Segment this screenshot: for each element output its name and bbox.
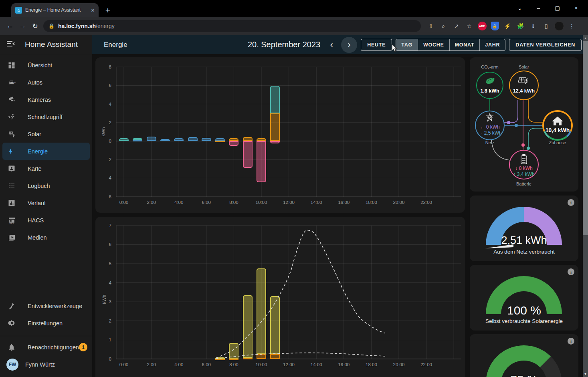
- sidebar-item-label: Einstellungen: [28, 320, 63, 327]
- sidebar-item--bersicht[interactable]: Übersicht: [2, 56, 90, 74]
- solar-icon: [8, 129, 20, 139]
- bar-solar-2[interactable]: [229, 359, 238, 360]
- gear-icon: [8, 319, 20, 328]
- window-maximize-button[interactable]: ▢: [548, 5, 567, 11]
- range-tab-monat[interactable]: MONAT: [449, 39, 480, 50]
- privacy-shield-extension-icon[interactable]: 🔒: [489, 21, 500, 32]
- sidebar-item-entwicklerwerkzeuge[interactable]: Entwicklerwerkzeuge: [2, 297, 90, 315]
- y-axis-label: kWh: [102, 295, 107, 304]
- bar-solarenergie[interactable]: [229, 138, 238, 141]
- bar-solar-2[interactable]: [243, 358, 253, 359]
- bar-solar-2[interactable]: [257, 354, 266, 359]
- compare-data-button[interactable]: DATEN VERGLEICHEN: [509, 39, 582, 51]
- sidebar-item-label: Autos: [28, 79, 42, 86]
- page-title: Energie: [104, 41, 127, 49]
- info-icon[interactable]: i: [568, 199, 574, 206]
- bookmark-star-icon[interactable]: ☆: [464, 21, 475, 32]
- sidebar-item-label: Schnellzugriff: [28, 114, 63, 120]
- bar-solarenergie[interactable]: [270, 113, 280, 141]
- range-tab-woche[interactable]: WOCHE: [418, 39, 449, 50]
- bar-batterie-geladen[interactable]: [229, 141, 238, 146]
- sidebar-item-label: Karte: [28, 165, 42, 172]
- bar-netz[interactable]: [147, 137, 156, 141]
- home-node-circle[interactable]: [543, 111, 572, 140]
- sidebar-item-profile[interactable]: FW Fynn Würtz: [2, 356, 90, 373]
- sidebar-menu-icon[interactable]: [6, 40, 20, 49]
- page-scrollbar[interactable]: ▲ ▼: [583, 35, 588, 377]
- sidebar-item-karte[interactable]: Karte: [2, 160, 90, 177]
- bar-solar-1[interactable]: [243, 295, 253, 358]
- bar-solarenergie[interactable]: [243, 137, 253, 141]
- grid-import-value: → 2,5 kWh: [478, 130, 501, 136]
- window-close-button[interactable]: ×: [567, 5, 586, 11]
- info-icon[interactable]: i: [568, 268, 574, 275]
- sidebar-item-autos[interactable]: 2+Autos: [2, 74, 90, 91]
- sidebar-item-einstellungen[interactable]: Einstellungen: [2, 315, 90, 332]
- forward-button[interactable]: →: [16, 22, 29, 30]
- sidebar-item-hacs[interactable]: HACSHACS: [2, 212, 90, 229]
- scrollbar-down-icon[interactable]: ▼: [583, 372, 588, 376]
- sidebar-item-solar[interactable]: Solar: [2, 125, 90, 143]
- extensions-puzzle-icon[interactable]: 🧩: [515, 21, 526, 32]
- bar-solar-2[interactable]: [270, 354, 280, 359]
- back-button[interactable]: ←: [4, 22, 16, 30]
- sidebar-item-energie[interactable]: Energie: [2, 143, 90, 160]
- sidebar-item-medien[interactable]: Medien: [2, 229, 90, 246]
- tab-close-icon[interactable]: ×: [91, 7, 95, 14]
- downloads-icon[interactable]: ⇓: [528, 21, 539, 32]
- share-icon[interactable]: ↗: [451, 21, 462, 32]
- range-tab-tag[interactable]: TAG: [396, 39, 418, 50]
- browser-tab[interactable]: ⌂ Energie – Home Assistant ×: [11, 3, 99, 17]
- bar-batterie-geladen[interactable]: [243, 141, 253, 168]
- install-app-icon[interactable]: ⇩: [425, 21, 436, 32]
- previous-day-button[interactable]: ‹: [325, 39, 337, 51]
- sidebar-item-kameras[interactable]: Kameras: [2, 91, 90, 108]
- browser-menu-icon[interactable]: ⋮: [566, 21, 577, 32]
- flow-line-solar-to-grid: [504, 100, 518, 123]
- bar-solar-1[interactable]: [270, 296, 280, 354]
- lock-icon: 🔒: [48, 23, 55, 29]
- range-tab-jahr[interactable]: JAHR: [479, 39, 505, 50]
- flow-dot-blue: [515, 124, 518, 127]
- sidebar-item-logbuch[interactable]: Logbuch: [2, 177, 90, 194]
- bar-solarenergie[interactable]: [215, 141, 225, 142]
- bar-netz[interactable]: [202, 138, 211, 141]
- bar-solar-1[interactable]: [257, 268, 266, 354]
- window-minimize-button[interactable]: –: [529, 5, 548, 11]
- bar-netz[interactable]: [160, 139, 170, 141]
- bar-batterie-entnommen[interactable]: [119, 138, 129, 141]
- today-button[interactable]: HEUTE: [361, 39, 392, 51]
- scrollbar-up-icon[interactable]: ▲: [583, 36, 588, 40]
- sidebar-item-schnellzugriff[interactable]: Schnellzugriff: [2, 108, 90, 125]
- scrollbar-thumb[interactable]: [583, 41, 588, 235]
- bar-netz[interactable]: [133, 140, 142, 141]
- x-axis-tick: 20:00: [393, 200, 405, 205]
- bar-batterie-geladen[interactable]: [257, 141, 266, 182]
- browser-profile-avatar[interactable]: [554, 21, 564, 32]
- address-bar[interactable]: 🔒 ha.loc.fynn.sh/energy: [43, 20, 421, 32]
- next-day-button[interactable]: ›: [341, 37, 357, 53]
- media-icon: [8, 233, 20, 242]
- x-axis-tick: 20:00: [393, 362, 405, 367]
- tampermonkey-extension-icon[interactable]: ⚡: [502, 21, 513, 32]
- sidebar-item-verlauf[interactable]: Verlauf: [2, 194, 90, 212]
- bar-netz[interactable]: [174, 138, 184, 141]
- bar-solar-1[interactable]: [229, 343, 238, 359]
- bar-solar-1[interactable]: [215, 357, 225, 359]
- window-chevron-icon[interactable]: ⌄: [510, 5, 529, 11]
- new-tab-button[interactable]: +: [103, 6, 113, 15]
- side-panel-icon[interactable]: ▯: [541, 21, 552, 32]
- bar-batterie-geladen[interactable]: [270, 141, 280, 143]
- bar-batterie-entnommen[interactable]: [270, 86, 280, 113]
- bar-solarenergie[interactable]: [257, 138, 266, 141]
- solar-node-circle[interactable]: [509, 71, 538, 100]
- bar-netz[interactable]: [188, 137, 198, 141]
- adblock-extension-icon[interactable]: ABP: [477, 21, 487, 32]
- bar-netz[interactable]: [215, 138, 225, 141]
- bar-batterie-entnommen[interactable]: [133, 138, 142, 140]
- sidebar-item-notifications[interactable]: Benachrichtigungen 1: [2, 339, 90, 356]
- search-tabs-icon[interactable]: ⌕: [438, 21, 449, 32]
- reload-button[interactable]: ↻: [29, 22, 41, 30]
- info-icon[interactable]: i: [568, 338, 574, 345]
- co2-node-circle[interactable]: [477, 72, 503, 99]
